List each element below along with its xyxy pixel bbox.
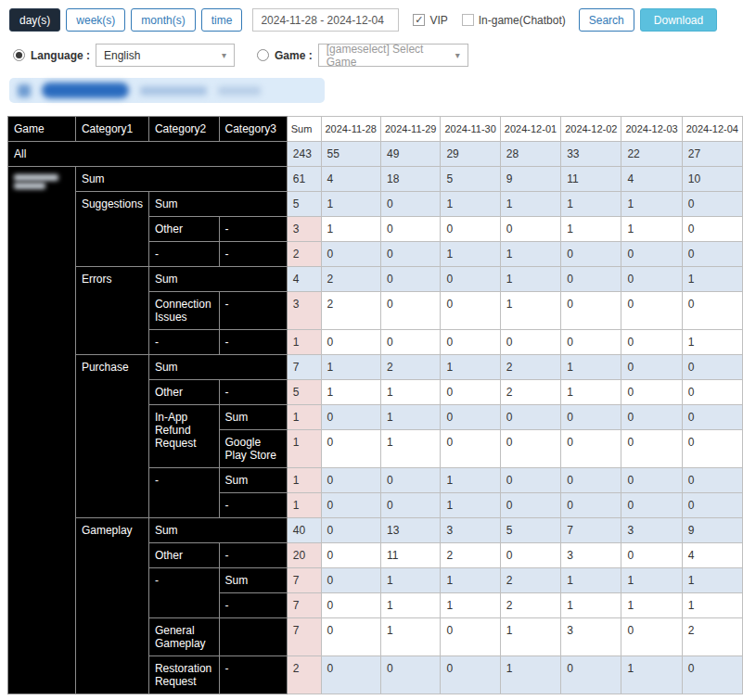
- category-cell: Purchase: [75, 355, 148, 518]
- value-cell: 2: [500, 355, 560, 380]
- value-cell: 1: [621, 656, 682, 694]
- sum-cell: 1: [287, 405, 321, 430]
- chatbot-checkbox[interactable]: [462, 14, 474, 26]
- sum-cell: 3: [287, 292, 321, 330]
- value-cell: 18: [380, 167, 440, 192]
- filters-row: Language : English ▾ Game : [gameselect]…: [13, 44, 743, 67]
- game-select[interactable]: [gameselect] Select Game ▾: [318, 44, 468, 67]
- value-cell: 0: [321, 656, 380, 694]
- value-cell: 22: [621, 142, 682, 167]
- category-cell: -: [219, 292, 287, 330]
- value-cell: 0: [621, 330, 682, 355]
- category-cell: -: [219, 217, 287, 242]
- value-cell: 0: [441, 405, 500, 430]
- chevron-down-icon: ▾: [222, 50, 226, 60]
- value-cell: 1: [441, 242, 500, 267]
- value-cell: 0: [380, 493, 440, 518]
- value-cell: 0: [380, 656, 440, 694]
- language-radio[interactable]: [13, 49, 25, 61]
- value-cell: 0: [621, 618, 682, 656]
- chatbot-checkbox-row[interactable]: In-game(Chatbot): [462, 14, 566, 27]
- vip-checkbox[interactable]: ✓: [413, 14, 425, 26]
- game-select-value: [gameselect] Select Game: [327, 43, 446, 69]
- value-cell: 0: [441, 656, 500, 694]
- value-cell: 1: [321, 192, 380, 217]
- sum-cell: 7: [287, 568, 321, 593]
- value-cell: 29: [441, 142, 500, 167]
- value-cell: 0: [380, 468, 440, 493]
- value-cell: 1: [380, 618, 440, 656]
- value-cell: 1: [621, 593, 682, 618]
- value-cell: 9: [500, 167, 560, 192]
- category-cell: General Gameplay: [148, 618, 219, 656]
- chatbot-label: In-game(Chatbot): [479, 14, 566, 27]
- value-cell: 1: [561, 192, 621, 217]
- column-header: 2024-12-02: [561, 117, 621, 142]
- value-cell: 0: [321, 468, 380, 493]
- category-cell: [219, 618, 287, 656]
- sum-cell: 243: [287, 142, 321, 167]
- value-cell: 0: [621, 292, 682, 330]
- sum-cell: 1: [287, 493, 321, 518]
- search-button[interactable]: Search: [579, 8, 634, 32]
- value-cell: 2: [500, 593, 560, 618]
- category-cell: Other: [148, 543, 219, 568]
- value-cell: 5: [441, 167, 500, 192]
- category-cell: -: [219, 242, 287, 267]
- value-cell: 2: [500, 568, 560, 593]
- period-days-button[interactable]: day(s): [9, 8, 60, 32]
- category-cell: -: [219, 543, 287, 568]
- sum-cell: 2: [287, 656, 321, 694]
- period-months-button[interactable]: month(s): [131, 8, 195, 32]
- value-cell: 0: [561, 292, 621, 330]
- sum-cell: 40: [287, 518, 321, 543]
- value-cell: 1: [380, 405, 440, 430]
- column-header: 2024-11-30: [441, 117, 500, 142]
- column-header: Sum: [287, 117, 321, 142]
- column-header: 2024-12-03: [621, 117, 682, 142]
- column-header: Category1: [75, 117, 148, 142]
- value-cell: 1: [682, 267, 742, 292]
- language-select[interactable]: English ▾: [96, 44, 235, 67]
- value-cell: 0: [500, 330, 560, 355]
- value-cell: 2: [321, 292, 380, 330]
- vip-checkbox-row[interactable]: ✓ VIP: [413, 14, 447, 27]
- value-cell: 55: [321, 142, 380, 167]
- value-cell: 11: [561, 167, 621, 192]
- value-cell: 1: [500, 618, 560, 656]
- value-cell: 0: [621, 468, 682, 493]
- value-cell: 0: [621, 380, 682, 405]
- value-cell: 0: [321, 543, 380, 568]
- value-cell: 0: [561, 267, 621, 292]
- category-cell: -: [219, 593, 287, 618]
- value-cell: 3: [561, 618, 621, 656]
- value-cell: 0: [380, 192, 440, 217]
- value-cell: 33: [561, 142, 621, 167]
- date-range-input[interactable]: [252, 8, 399, 32]
- chevron-down-icon: ▾: [455, 50, 460, 60]
- game-radio[interactable]: [257, 49, 269, 61]
- category-cell: Errors: [75, 267, 148, 355]
- value-cell: 0: [621, 355, 682, 380]
- category-cell: Connection Issues: [148, 292, 219, 330]
- category-cell: Sum: [148, 192, 287, 217]
- period-weeks-button[interactable]: week(s): [66, 8, 125, 32]
- value-cell: 0: [441, 267, 500, 292]
- game-name-cell-redacted: [8, 167, 76, 694]
- period-time-button[interactable]: time: [201, 8, 243, 32]
- value-cell: 0: [682, 656, 742, 694]
- column-header: Game: [8, 117, 76, 142]
- download-button[interactable]: Download: [640, 8, 717, 32]
- value-cell: 1: [380, 568, 440, 593]
- redacted-button[interactable]: [42, 83, 129, 98]
- value-cell: 1: [500, 192, 560, 217]
- value-cell: 1: [321, 355, 380, 380]
- category-cell: -: [148, 330, 219, 355]
- value-cell: 9: [682, 518, 742, 543]
- table-row: PurchaseSum71212100: [8, 355, 743, 380]
- value-cell: 1: [441, 192, 500, 217]
- sum-cell: 61: [287, 167, 321, 192]
- table-body: All24355492928332227Sum614185911410Sugge…: [8, 142, 743, 694]
- value-cell: 0: [380, 292, 440, 330]
- value-cell: 1: [500, 267, 560, 292]
